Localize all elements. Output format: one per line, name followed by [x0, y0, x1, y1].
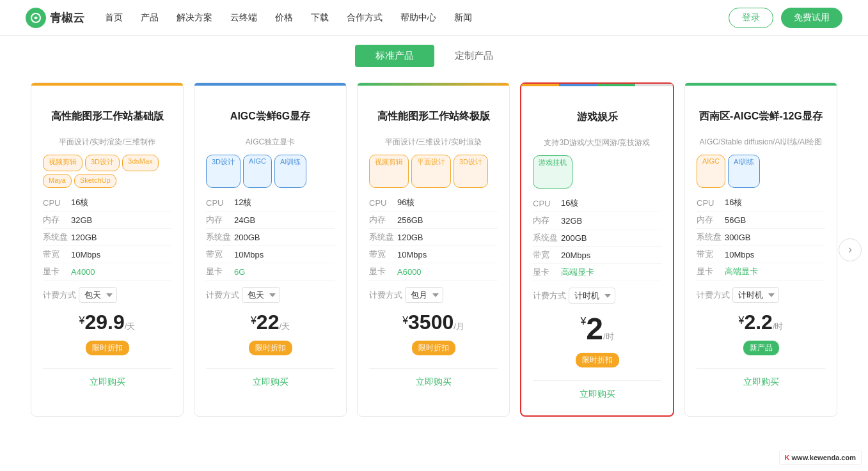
card-specs: CPU16核 内存56GB 系统盘300GB 带宽10Mbps 显卡高端显卡 [697, 194, 825, 281]
spec-gpu: 显卡6G [206, 263, 335, 281]
billing-row: 计费方式 包天包月 [43, 287, 171, 303]
login-button[interactable]: 登录 [729, 8, 773, 28]
buy-button[interactable]: 立即购买 [697, 368, 825, 388]
tag-3d: 3D设计 [454, 155, 488, 188]
spec-gpu: 显卡高端显卡 [697, 263, 825, 281]
nav-products[interactable]: 产品 [141, 12, 159, 24]
price-section: ¥22/天 [206, 311, 335, 334]
tag-maya: Maya [43, 174, 72, 189]
price-badge: 限时折扣 [576, 353, 619, 367]
card-top-bar [31, 83, 183, 86]
tag-sketchup: SketchUp [74, 174, 116, 189]
tag-video: 视频剪辑 [43, 155, 83, 171]
card-subtitle: 平面设计/实时渲染/三维制作 [43, 137, 171, 148]
price-badge: 限时折扣 [86, 341, 129, 355]
card-ultimate-workstation: 高性能图形工作站终极版 平面设计/三维设计/实时渲染 视频剪辑 平面设计 3D设… [357, 82, 510, 417]
nav-help[interactable]: 帮助中心 [400, 12, 436, 24]
spec-disk: 系统盘120GB [43, 229, 171, 246]
billing-select[interactable]: 计时机包天 [569, 288, 615, 304]
card-specs: CPU12核 内存24GB 系统盘200GB 带宽10Mbps 显卡6G [206, 194, 335, 281]
product-tabs: 标准产品 定制产品 [0, 36, 868, 67]
buy-button[interactable]: 立即购买 [206, 368, 335, 388]
price-section: ¥2.2/时 [697, 311, 825, 334]
free-trial-button[interactable]: 免费试用 [781, 8, 842, 28]
tag-design: 平面设计 [411, 155, 451, 188]
tag-ai-train: AI训练 [728, 155, 760, 188]
nav-actions: 登录 免费试用 [729, 8, 842, 28]
card-basic-workstation: 高性能图形工作站基础版 平面设计/实时渲染/三维制作 视频剪辑 3D设计 3ds… [31, 82, 184, 417]
billing-row: 计费方式 包月包天 [369, 287, 498, 303]
tag-3d: 3D设计 [206, 155, 241, 188]
tag-aigc: AIGC [243, 155, 272, 188]
spec-ram: 内存56GB [697, 212, 825, 229]
card-top-bar [521, 84, 673, 86]
price-section: ¥29.9/天 [43, 311, 171, 334]
card-specs: CPU96核 内存256GB 系统盘120GB 带宽10Mbps 显卡A6000 [369, 194, 498, 281]
card-subtitle: 支持3D游戏/大型网游/竞技游戏 [533, 137, 661, 149]
spec-ram: 内存32GB [43, 212, 171, 229]
logo-text: 青椒云 [50, 10, 84, 26]
billing-select[interactable]: 包天包月 [79, 287, 117, 303]
card-top-bar [194, 83, 346, 86]
card-specs: CPU16核 内存32GB 系统盘120GB 带宽10Mbps 显卡A4000 [43, 194, 171, 281]
card-tags: 游戏挂机 [533, 155, 661, 189]
spec-disk: 系统盘120GB [369, 229, 498, 246]
spec-bandwidth: 带宽10Mbps [369, 246, 498, 263]
card-title: 游戏娱乐 [533, 102, 661, 132]
card-title: 高性能图形工作站基础版 [43, 101, 171, 132]
spec-disk: 系统盘200GB [533, 229, 661, 247]
nav-cooperation[interactable]: 合作方式 [347, 12, 383, 24]
spec-gpu: 显卡高端显卡 [533, 264, 661, 281]
card-title: AIGC尝鲜6G显存 [206, 101, 335, 132]
logo: 青椒云 [26, 8, 84, 28]
spec-bandwidth: 带宽10Mbps [697, 246, 825, 263]
card-specs: CPU16核 内存32GB 系统盘200GB 带宽20Mbps 显卡高端显卡 [533, 195, 661, 281]
price-badge: 限时折扣 [249, 341, 292, 355]
spec-bandwidth: 带宽10Mbps [43, 246, 171, 263]
nav-home[interactable]: 首页 [105, 12, 123, 24]
next-arrow[interactable]: › [839, 238, 862, 261]
nav-solutions[interactable]: 解决方案 [177, 12, 212, 24]
card-tags: AIGC AI训练 [697, 155, 825, 188]
price-section: ¥3500/月 [369, 311, 498, 334]
card-tags: 视频剪辑 3D设计 3dsMax Maya SketchUp [43, 155, 171, 188]
tag-video: 视频剪辑 [369, 155, 409, 188]
billing-select[interactable]: 包月包天 [405, 287, 443, 303]
billing-select[interactable]: 计时机包天 [732, 287, 779, 303]
price-badge: 新产品 [743, 341, 779, 355]
card-gaming: 游戏娱乐 支持3D游戏/大型网游/竞技游戏 游戏挂机 CPU16核 内存32GB… [520, 82, 674, 417]
buy-button[interactable]: 立即购买 [43, 368, 171, 388]
card-aigc-6g: AIGC尝鲜6G显存 AIGC独立显卡 3D设计 AIGC AI训练 CPU12… [194, 82, 347, 417]
price-badge: 限时折扣 [412, 341, 455, 355]
spec-gpu: 显卡A6000 [369, 263, 498, 281]
spec-gpu: 显卡A4000 [43, 263, 171, 281]
billing-row: 计费方式 计时机包天 [697, 287, 825, 303]
nav-news[interactable]: 新闻 [454, 12, 472, 24]
nav-links: 首页 产品 解决方案 云终端 价格 下载 合作方式 帮助中心 新闻 [105, 12, 729, 24]
tab-custom[interactable]: 定制产品 [434, 45, 514, 67]
billing-select[interactable]: 包天包月 [242, 287, 280, 303]
tab-standard[interactable]: 标准产品 [355, 45, 434, 67]
card-top-bar [358, 83, 509, 86]
card-tags: 视频剪辑 平面设计 3D设计 [369, 155, 498, 188]
tag-3dsmax: 3dsMax [122, 155, 159, 171]
nav-price[interactable]: 价格 [275, 12, 293, 24]
tag-aigc: AIGC [697, 155, 725, 188]
billing-row: 计费方式 计时机包天 [533, 288, 661, 304]
tag-3d: 3D设计 [85, 155, 120, 171]
tag-ai: AI训练 [274, 155, 306, 188]
card-subtitle: AIGC独立显卡 [206, 137, 335, 148]
product-cards: 高性能图形工作站基础版 平面设计/实时渲染/三维制作 视频剪辑 3D设计 3ds… [0, 67, 868, 432]
spec-ram: 内存32GB [533, 212, 661, 229]
spec-bandwidth: 带宽20Mbps [533, 247, 661, 264]
navigation: 青椒云 首页 产品 解决方案 云终端 价格 下载 合作方式 帮助中心 新闻 登录… [0, 0, 868, 36]
card-aigc-12g: 西南区-AIGC尝鲜-12G显存 AIGC/Stable diffusion/A… [684, 82, 837, 417]
buy-button[interactable]: 立即购买 [369, 368, 498, 388]
billing-row: 计费方式 包天包月 [206, 287, 335, 303]
spec-disk: 系统盘300GB [697, 229, 825, 246]
buy-button[interactable]: 立即购买 [533, 380, 661, 400]
nav-download[interactable]: 下载 [311, 12, 329, 24]
nav-cloud[interactable]: 云终端 [230, 12, 257, 24]
spec-ram: 内存24GB [206, 212, 335, 229]
card-title: 西南区-AIGC尝鲜-12G显存 [697, 101, 825, 132]
